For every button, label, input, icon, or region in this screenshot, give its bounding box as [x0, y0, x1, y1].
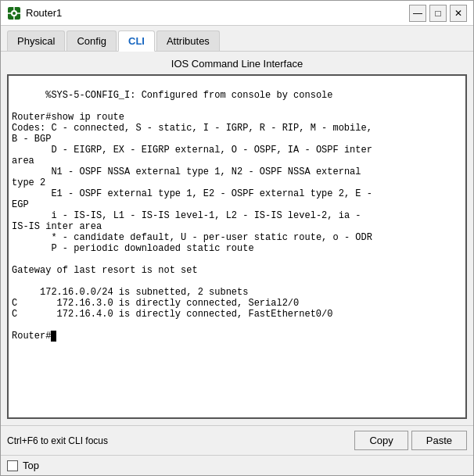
- router-icon: [7, 6, 21, 20]
- svg-point-2: [13, 12, 16, 15]
- action-buttons: Copy Paste: [354, 431, 467, 450]
- section-title: IOS Command Line Interface: [7, 58, 467, 70]
- top-checkbox[interactable]: [7, 460, 18, 471]
- tab-bar: Physical Config CLI Attributes: [1, 26, 473, 52]
- paste-button[interactable]: Paste: [411, 431, 467, 450]
- copy-button[interactable]: Copy: [354, 431, 408, 450]
- content-area: IOS Command Line Interface %SYS-5-CONFIG…: [1, 52, 473, 425]
- title-bar: Router1 — □ ✕: [1, 1, 473, 26]
- top-label: Top: [23, 460, 39, 471]
- tab-cli[interactable]: CLI: [118, 30, 155, 52]
- title-bar-controls: — □ ✕: [409, 5, 467, 22]
- tab-attributes[interactable]: Attributes: [156, 30, 220, 51]
- bottom-bar: Ctrl+F6 to exit CLI focus Copy Paste: [1, 425, 473, 455]
- minimize-button[interactable]: —: [409, 5, 426, 22]
- top-checkbox-label[interactable]: Top: [7, 460, 39, 471]
- tab-config[interactable]: Config: [66, 30, 117, 51]
- cli-hint: Ctrl+F6 to exit CLI focus: [7, 435, 108, 446]
- cli-terminal[interactable]: %SYS-5-CONFIG_I: Configured from console…: [7, 74, 467, 419]
- title-bar-left: Router1: [7, 6, 62, 20]
- cli-output: %SYS-5-CONFIG_I: Configured from console…: [12, 90, 372, 342]
- close-button[interactable]: ✕: [450, 5, 467, 22]
- main-window: Router1 — □ ✕ Physical Config CLI Attrib…: [0, 0, 474, 476]
- footer-bar: Top: [1, 455, 473, 475]
- maximize-button[interactable]: □: [429, 5, 447, 22]
- tab-physical[interactable]: Physical: [7, 30, 65, 51]
- window-title: Router1: [26, 7, 62, 19]
- cli-cursor: [51, 331, 56, 342]
